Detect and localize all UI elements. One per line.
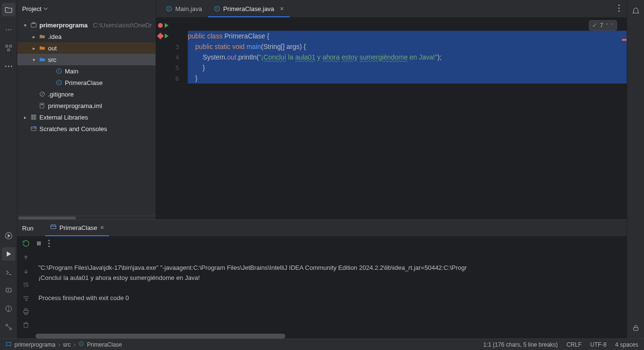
panel-title[interactable]: Project <box>22 5 48 12</box>
svg-rect-27 <box>40 103 44 109</box>
chevron-right-icon[interactable]: ▸ <box>31 34 36 39</box>
tree-file-iml[interactable]: primerprograma.iml <box>17 100 156 111</box>
status-eol[interactable]: CRLF <box>567 341 582 348</box>
tree-root[interactable]: ▾ primerprograma C:\Users\asist\OneDr <box>17 19 156 31</box>
chevron-right-icon[interactable]: ▸ <box>22 115 28 120</box>
svg-rect-19 <box>31 24 36 27</box>
chevron-down-icon[interactable]: ▾ <box>22 23 28 28</box>
svg-point-2 <box>11 29 11 30</box>
trash-icon[interactable] <box>22 321 30 329</box>
editor-tab-main[interactable]: C Main.java <box>160 1 208 17</box>
chevron-right-icon[interactable]: ▸ <box>31 46 36 51</box>
run-output[interactable]: "C:\Program Files\Java\jdk-17\bin\java.e… <box>35 251 627 338</box>
more-vertical-icon[interactable] <box>48 238 50 249</box>
line-number[interactable]: 4 <box>156 52 185 62</box>
problems-tool-icon[interactable] <box>2 302 15 315</box>
svg-point-7 <box>8 66 9 67</box>
editor-tab-primera[interactable]: C PrimeraClase.java × <box>208 1 290 17</box>
status-indent[interactable]: 4 spaces <box>615 341 638 348</box>
lock-icon[interactable] <box>630 322 642 334</box>
project-tool-icon[interactable] <box>2 3 15 16</box>
dots-icon[interactable] <box>2 60 15 73</box>
svg-text:C: C <box>58 81 61 84</box>
code-editor[interactable]: 3 4 5 6 public class PrimeraClase { publ… <box>156 17 627 219</box>
tree-folder-out[interactable]: ▸ out <box>17 42 156 54</box>
breadcrumb[interactable]: primerprograma › src › C PrimeraClase <box>14 341 122 348</box>
breadcrumb-class[interactable]: PrimeraClase <box>87 341 122 348</box>
svg-rect-54 <box>24 310 28 313</box>
scroll-down-icon[interactable] <box>22 267 30 276</box>
soft-wrap-icon[interactable] <box>22 280 30 289</box>
status-position[interactable]: 1:1 (176 chars, 5 line breaks) <box>483 341 558 348</box>
close-icon[interactable]: × <box>100 224 104 231</box>
stop-icon[interactable] <box>36 238 42 249</box>
tree-class-main[interactable]: C Main <box>17 65 156 77</box>
scroll-to-end-icon[interactable] <box>22 294 30 302</box>
svg-point-0 <box>6 29 6 30</box>
caret-down-icon[interactable]: ˅ <box>611 23 614 28</box>
breadcrumb-module[interactable]: primerprograma <box>14 341 55 348</box>
services-tool-icon[interactable] <box>2 229 15 242</box>
svg-rect-31 <box>35 115 36 119</box>
line-number[interactable]: 5 <box>156 62 185 73</box>
more-tool-icon[interactable] <box>2 23 15 36</box>
close-icon[interactable]: × <box>280 5 284 12</box>
code-content[interactable]: public class PrimeraClase { public stati… <box>185 17 627 219</box>
output-line: Process finished with exit code 0 <box>38 294 129 302</box>
inspection-badge[interactable]: ✓ 7 ˄ ˅ <box>589 20 617 31</box>
class-icon: C <box>166 5 172 12</box>
more-vertical-icon[interactable] <box>618 4 620 13</box>
folder-icon <box>39 33 46 40</box>
output-line: "C:\Program Files\Java\jdk-17\bin\java.e… <box>38 264 467 271</box>
tree-folder-idea[interactable]: ▸ .idea <box>17 31 156 42</box>
chevron-down-icon[interactable]: ▾ <box>31 57 36 62</box>
editor-tab-primera-label: PrimeraClase.java <box>223 5 274 12</box>
status-encoding[interactable]: UTF-8 <box>590 341 607 348</box>
print-icon[interactable] <box>22 307 30 316</box>
svg-point-8 <box>11 66 12 67</box>
tree-class-primera[interactable]: C PrimeraClase <box>17 77 156 88</box>
scratches-icon <box>30 125 37 132</box>
terminal-tool-icon[interactable] <box>2 266 15 279</box>
project-tree[interactable]: ▾ primerprograma C:\Users\asist\OneDr ▸ … <box>17 17 156 216</box>
vcs-tool-icon[interactable] <box>2 320 15 334</box>
error-stripe-mark[interactable] <box>622 39 627 41</box>
horizontal-scrollbar[interactable] <box>36 334 285 338</box>
svg-marker-11 <box>7 252 11 257</box>
run-tab[interactable]: PrimeraClase × <box>45 220 109 236</box>
rerun-icon[interactable] <box>22 238 30 249</box>
line-number[interactable]: 3 <box>156 41 185 52</box>
breakpoint-icon[interactable] <box>158 23 163 28</box>
svg-point-47 <box>49 245 50 247</box>
svg-rect-44 <box>37 241 41 245</box>
breakpoint-icon[interactable] <box>157 33 164 39</box>
chevron-right-icon: › <box>58 341 60 348</box>
tree-file-gitignore-label: .gitignore <box>48 91 73 98</box>
run-tool-icon[interactable] <box>2 247 15 261</box>
tool-rail-left <box>0 0 17 338</box>
structure-tool-icon[interactable] <box>2 41 15 55</box>
line-number[interactable]: 6 <box>156 73 185 84</box>
module-icon <box>30 22 37 28</box>
svg-point-1 <box>8 29 9 30</box>
tree-scratches-label: Scratches and Consoles <box>39 125 107 133</box>
svg-text:C: C <box>216 7 218 10</box>
class-icon: C <box>214 5 220 12</box>
tree-file-gitignore[interactable]: .gitignore <box>17 88 156 100</box>
run-gutter-icon[interactable] <box>165 23 169 28</box>
tree-folder-src[interactable]: ▾ src <box>17 54 156 65</box>
tree-scratches[interactable]: Scratches and Consoles <box>17 123 156 134</box>
caret-up-icon[interactable]: ˄ <box>606 23 608 28</box>
tree-folder-src-label: src <box>48 56 56 63</box>
debug-tool-icon[interactable] <box>2 284 15 297</box>
svg-text:C: C <box>80 342 82 345</box>
module-icon <box>6 341 12 348</box>
run-panel: Run PrimeraClase × <box>17 219 627 338</box>
svg-point-41 <box>619 10 620 12</box>
run-gutter-icon[interactable] <box>165 34 169 38</box>
scroll-up-icon[interactable] <box>22 253 30 262</box>
tree-external-libs[interactable]: ▸ External Libraries <box>17 111 156 123</box>
notifications-icon[interactable] <box>630 5 642 16</box>
run-title: Run <box>22 225 34 232</box>
breadcrumb-src[interactable]: src <box>63 341 71 348</box>
